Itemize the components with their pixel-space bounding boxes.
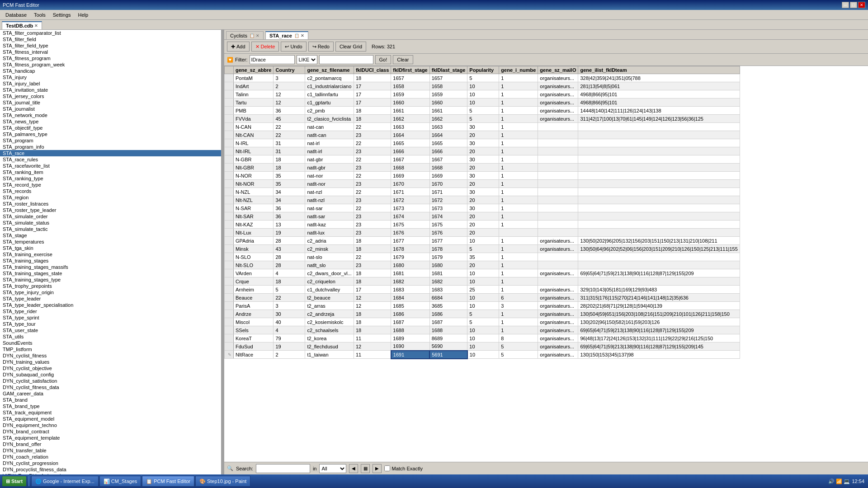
table-row[interactable]: Crque18c2_criquelon1816821682101 xyxy=(225,277,740,286)
sidebar[interactable]: STA_filter_comparator_listSTA_filter_fie… xyxy=(0,30,222,474)
search-prev-button[interactable]: ◀ xyxy=(349,464,358,473)
sidebar-item-sta-journal-title[interactable]: STA_journal_title xyxy=(0,99,221,106)
taskbar-btn-pcm-fast-editor[interactable]: 📋 PCM Fast Editor xyxy=(142,476,194,487)
sidebar-item-tmp-listform[interactable]: TMP_listform xyxy=(0,346,221,352)
tab-cyclists[interactable]: Cyclists 📋 ✕ xyxy=(226,31,264,39)
sidebar-item-soundevents[interactable]: SoundEvents xyxy=(0,340,221,346)
sidebar-item-sta-simulate-status[interactable]: STA_simulate_status xyxy=(0,220,221,226)
table-row[interactable]: Nlt-SAR36natlt-sar2316741674201 xyxy=(225,212,740,221)
search-grid-button[interactable]: ▦ xyxy=(361,464,370,473)
table-row[interactable]: Minsk43c2_minsk181678167851organisateurs… xyxy=(225,245,740,253)
sidebar-item-sta-type-leader-specialisation[interactable]: STA_type_leader_specialisation xyxy=(0,302,221,308)
table-row[interactable]: Arnheim5c1_dutchvalley1716831683251organ… xyxy=(225,286,740,294)
match-exactly-checkbox[interactable] xyxy=(384,465,390,471)
menu-settings[interactable]: Settings xyxy=(49,11,75,19)
sidebar-item-sta-palmares-type[interactable]: STA_palmares_type xyxy=(0,131,221,137)
table-row[interactable]: SSels4c2_schaalsels1816881688101organisa… xyxy=(225,326,740,334)
col-filename[interactable]: gene_sz_filename xyxy=(305,66,354,74)
sidebar-item-sta-fitness-program-week[interactable]: STA_fitness_program_week xyxy=(0,61,221,68)
sidebar-item-sta-record-type[interactable]: STA_record_type xyxy=(0,182,221,188)
sidebar-item-dyn-cyclist-fitness-data[interactable]: DYN_cyclist_fitness_data xyxy=(0,384,221,390)
sidebar-item-sta-filter-field-type[interactable]: STA_filter_field_type xyxy=(0,42,221,49)
table-row[interactable]: Tartu12c1_gptartu1716601660101organisate… xyxy=(225,99,740,107)
sidebar-item-sta-type-rider[interactable]: STA_type_rider xyxy=(0,308,221,314)
sidebar-item-sta-user-state[interactable]: STA_user_state xyxy=(0,327,221,333)
sidebar-item-sta-tga-skin[interactable]: STA_tga_skin xyxy=(0,245,221,251)
sidebar-item-sta-stage[interactable]: STA_stage xyxy=(0,232,221,239)
table-row[interactable]: VArden4c2_dwars_door_vl...1816811681101o… xyxy=(225,269,740,277)
clear-grid-button[interactable]: Clear Grid xyxy=(335,42,366,52)
search-input[interactable] xyxy=(256,464,310,473)
sidebar-item-sta-program[interactable]: STA_program xyxy=(0,137,221,144)
search-next-button[interactable]: ▶ xyxy=(373,464,382,473)
sidebar-item-sta-handicap[interactable]: STA_handicap xyxy=(0,68,221,74)
col-country[interactable]: Country xyxy=(274,66,305,74)
table-row[interactable]: N-SAR36nat-sar2216731673301 xyxy=(225,204,740,212)
table-row[interactable]: N-NOR35nat-nor2216691669301 xyxy=(225,172,740,180)
menu-database[interactable]: Database xyxy=(2,11,30,19)
sidebar-item-sta-invitation-state[interactable]: STA_invitation_state xyxy=(0,87,221,93)
sidebar-item-sta-simulate-tactic[interactable]: STA_simulate_tactic xyxy=(0,226,221,232)
undo-button[interactable]: ↩ Undo xyxy=(281,42,306,52)
table-row[interactable]: Nlt-GBR18natlt-gbr2316681668201 xyxy=(225,164,740,172)
taskbar-btn-cm-stages[interactable]: 📊 CM_Stages xyxy=(99,476,141,487)
sidebar-item-sta-race[interactable]: STA_race xyxy=(0,150,221,156)
sidebar-item-sta-trophy-prepoints[interactable]: STA_trophy_prepoints xyxy=(0,283,221,289)
sidebar-item-sta-news-type[interactable]: STA_news_type xyxy=(0,118,221,125)
sidebar-item-sta-training-stages[interactable]: STA_training_stages xyxy=(0,258,221,264)
sidebar-item-sta-utils[interactable]: STA_utils xyxy=(0,333,221,340)
sidebar-item-gam-career-data[interactable]: GAM_career_data xyxy=(0,390,221,397)
tab-sta-race[interactable]: STA_race 📋 ✕ xyxy=(265,31,308,39)
sidebar-item-dyn-cyclist-progression[interactable]: DYN_cyclist_progression xyxy=(0,460,221,466)
grid-container[interactable]: gene_sz_abbre Country gene_sz_filename f… xyxy=(224,66,868,462)
redo-button[interactable]: ↪ Redo xyxy=(308,42,334,52)
table-row[interactable]: N-GBR18nat-gbr2216671667301 xyxy=(225,155,740,164)
col-pop[interactable]: Popularity xyxy=(467,66,499,74)
close-button[interactable]: ✕ xyxy=(858,2,865,8)
sidebar-item-sta-type-sprint[interactable]: STA_type_sprint xyxy=(0,314,221,321)
sidebar-item-sta-type-tour[interactable]: STA_type_tour xyxy=(0,321,221,327)
table-row[interactable]: N-IRL31nat-irl2216651665301 xyxy=(225,139,740,147)
sidebar-item-sta-equipment-template[interactable]: STA_equipment_template xyxy=(0,435,221,441)
col-num[interactable]: gene_i_numbe xyxy=(499,66,538,74)
match-exactly-label[interactable]: Match Exactly xyxy=(384,465,422,471)
sidebar-item-sta-race-rules[interactable]: STA_race_rules xyxy=(0,156,221,163)
sidebar-item-dyn-cyclist-objective[interactable]: DYN_cyclist_objective xyxy=(0,365,221,371)
sidebar-item-sta-training-stages-massifs[interactable]: STA_training_stages_massifs xyxy=(0,264,221,270)
sidebar-item-sta-records[interactable]: STA_records xyxy=(0,188,221,194)
sidebar-item-sta-brand-type[interactable]: STA_brand_type xyxy=(0,403,221,409)
table-row[interactable]: Beauce22t2_beauce1216846684106organisate… xyxy=(225,294,740,302)
tab-cyclists-close[interactable]: ✕ xyxy=(256,33,259,38)
col-mail[interactable]: gene_sz_mailO xyxy=(538,66,578,74)
table-row[interactable]: Nlt-KAZ13natlt-kaz2316751675201 xyxy=(225,221,740,229)
table-row[interactable]: N-CAN22nat-can2216631663301 xyxy=(225,123,740,131)
tab-sta-race-close[interactable]: ✕ xyxy=(301,33,304,38)
taskbar-btn-paint[interactable]: 🎨 Step10.jpg - Paint xyxy=(195,476,250,487)
col-first[interactable]: fkIDfirst_stage xyxy=(391,66,429,74)
sidebar-item-sta-injury[interactable]: STA_injury xyxy=(0,74,221,80)
col-last[interactable]: fkIDlast_stage xyxy=(429,66,467,74)
sidebar-item-dyn-brand-contract[interactable]: DYN_brand_contract xyxy=(0,428,221,435)
maximize-button[interactable]: □ xyxy=(850,2,857,8)
delete-button[interactable]: ✕ Delete xyxy=(251,42,279,52)
table-row[interactable]: ParisA3t2_arras1216853685103organisateur… xyxy=(225,302,740,310)
sidebar-item-sta-training-exercise[interactable]: STA_training_exercise xyxy=(0,251,221,258)
filter-value-input[interactable] xyxy=(319,55,373,64)
menu-help[interactable]: Help xyxy=(75,11,92,19)
table-row[interactable]: ✎NltRace2t1_taiwan1116915691105organisat… xyxy=(225,351,740,359)
sidebar-item-sta-type-injury-origin[interactable]: STA_type_injury_origin xyxy=(0,289,221,296)
sidebar-item-sta-fitness-program[interactable]: STA_fitness_program xyxy=(0,55,221,61)
table-row[interactable]: GPAdria28c2_adria1816771677101organisate… xyxy=(225,237,740,245)
table-row[interactable]: PMB36c2_pmb181661166151organisateurs...1… xyxy=(225,107,740,115)
sidebar-item-sta-filter-field[interactable]: STA_filter_field xyxy=(0,36,221,42)
filter-field-input[interactable] xyxy=(250,55,295,64)
sidebar-item-sta-racefavorite-list[interactable]: STA_racefavorite_list xyxy=(0,163,221,169)
sidebar-item-dyn-cyclist-fitness[interactable]: DYN_cyclist_fitness xyxy=(0,352,221,359)
sidebar-item-dyn-training-values[interactable]: DYN_training_values xyxy=(0,359,221,365)
table-row[interactable]: Nlt-IRL31natlt-irl2316661666201 xyxy=(225,147,740,155)
sidebar-item-sta-type-leader[interactable]: STA_type_leader xyxy=(0,296,221,302)
table-row[interactable]: N-SLO28nat-slo2216791679351 xyxy=(225,253,740,261)
table-row[interactable]: Nlt-Lux19natlt-lux231676167620 xyxy=(225,229,740,237)
clear-button[interactable]: Clear xyxy=(393,55,413,64)
table-row[interactable]: KoreaT79t2_korea1116898689108organisateu… xyxy=(225,334,740,343)
